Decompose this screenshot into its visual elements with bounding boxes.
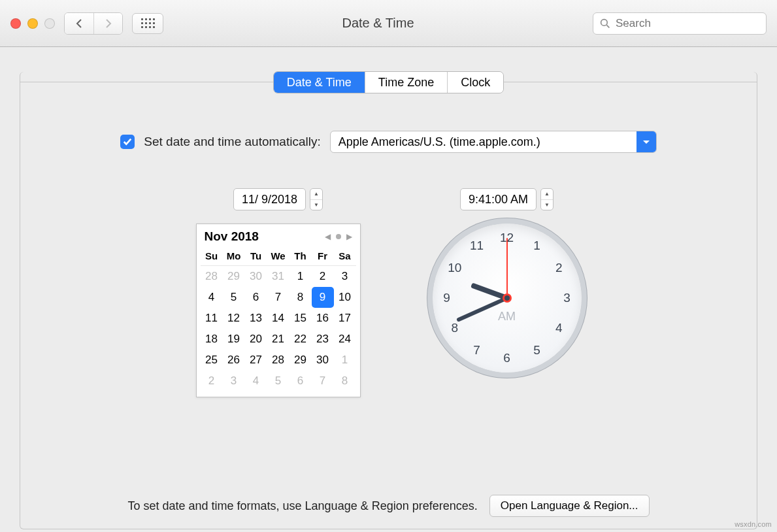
calendar-dow: Sa xyxy=(334,248,356,266)
calendar-day[interactable]: 19 xyxy=(223,329,245,350)
calendar-day[interactable]: 20 xyxy=(245,329,267,350)
footer-row: To set date and time formats, use Langua… xyxy=(20,495,757,517)
clock-number: 2 xyxy=(555,261,563,275)
calendar-day[interactable]: 1 xyxy=(289,266,312,287)
step-up-icon[interactable]: ▲ xyxy=(310,189,322,199)
time-server-combo[interactable]: Apple Americas/U.S. (time.apple.com.) xyxy=(330,131,657,153)
calendar-day[interactable]: 4 xyxy=(201,287,223,308)
calendar-day[interactable]: 6 xyxy=(289,371,312,391)
check-icon xyxy=(123,137,132,146)
calendar-day[interactable]: 27 xyxy=(245,350,267,371)
window-controls xyxy=(10,18,55,29)
main-panel: Date & Time Time Zone Clock Set date and… xyxy=(20,72,757,529)
clock-number: 3 xyxy=(563,291,570,305)
calendar-day[interactable]: 8 xyxy=(334,371,356,391)
window-title: Date & Time xyxy=(173,16,584,31)
calendar-day[interactable]: 28 xyxy=(267,350,289,371)
watermark: wsxdn.com xyxy=(735,520,772,528)
calendar-day[interactable]: 5 xyxy=(223,287,245,308)
calendar-day[interactable]: 3 xyxy=(334,266,356,287)
step-up-icon[interactable]: ▲ xyxy=(541,189,553,199)
calendar-day[interactable]: 3 xyxy=(223,371,245,391)
date-stepper[interactable]: ▲ ▼ xyxy=(310,188,323,210)
calendar-day[interactable]: 5 xyxy=(267,371,289,391)
calendar-title: Nov 2018 xyxy=(205,229,259,244)
calendar: Nov 2018 ◀ ▶ SuMoTuWeThFrSa2829303112345… xyxy=(196,224,361,397)
ampm-label: AM xyxy=(498,310,516,324)
svg-point-0 xyxy=(601,19,608,25)
step-down-icon[interactable]: ▼ xyxy=(310,199,322,210)
grid-icon xyxy=(141,18,155,28)
calendar-dow: Fr xyxy=(312,248,334,266)
close-button[interactable] xyxy=(10,18,21,29)
calendar-day[interactable]: 12 xyxy=(223,308,245,329)
tab-date-time[interactable]: Date & Time xyxy=(274,72,365,93)
calendar-day[interactable]: 11 xyxy=(201,308,223,329)
calendar-day[interactable]: 2 xyxy=(312,266,334,287)
calendar-dow: Su xyxy=(201,248,223,266)
calendar-day[interactable]: 9 xyxy=(312,287,334,308)
calendar-day[interactable]: 10 xyxy=(334,287,356,308)
time-stepper-field[interactable]: 9:41:00 AM ▲ ▼ xyxy=(460,188,554,210)
calendar-day[interactable]: 18 xyxy=(201,329,223,350)
calendar-day[interactable]: 4 xyxy=(245,371,267,391)
tab-clock[interactable]: Clock xyxy=(447,72,503,93)
footer-hint: To set date and time formats, use Langua… xyxy=(127,499,477,513)
cal-prev-icon[interactable]: ◀ xyxy=(325,232,331,241)
calendar-day[interactable]: 6 xyxy=(245,287,267,308)
clock-number: 10 xyxy=(448,261,461,275)
calendar-day[interactable]: 7 xyxy=(312,371,334,391)
back-button[interactable] xyxy=(65,13,93,34)
calendar-day[interactable]: 30 xyxy=(245,266,267,287)
calendar-day[interactable]: 22 xyxy=(289,329,312,350)
clock-number: 11 xyxy=(470,239,484,253)
time-stepper[interactable]: ▲ ▼ xyxy=(540,188,554,210)
auto-time-checkbox[interactable] xyxy=(120,135,135,149)
calendar-day[interactable]: 21 xyxy=(267,329,289,350)
calendar-day[interactable]: 17 xyxy=(334,308,356,329)
tab-time-zone[interactable]: Time Zone xyxy=(365,72,447,93)
svg-line-1 xyxy=(606,25,609,27)
search-icon xyxy=(600,18,610,29)
calendar-day[interactable]: 30 xyxy=(312,350,334,371)
calendar-day[interactable]: 28 xyxy=(201,266,223,287)
second-hand xyxy=(506,238,508,298)
cal-today-icon[interactable] xyxy=(336,234,341,239)
calendar-day[interactable]: 7 xyxy=(267,287,289,308)
calendar-day[interactable]: 26 xyxy=(223,350,245,371)
calendar-day[interactable]: 24 xyxy=(334,329,356,350)
calendar-day[interactable]: 29 xyxy=(289,350,312,371)
date-value[interactable]: 11/ 9/2018 xyxy=(233,188,306,210)
calendar-day[interactable]: 25 xyxy=(201,350,223,371)
content-columns: 11/ 9/2018 ▲ ▼ Nov 2018 ◀ ▶ SuMoTuWeThFr… xyxy=(66,188,711,397)
calendar-day[interactable]: 1 xyxy=(334,350,356,371)
minimize-button[interactable] xyxy=(27,18,38,29)
clock-number: 12 xyxy=(500,231,514,245)
calendar-day[interactable]: 16 xyxy=(312,308,334,329)
show-all-button[interactable] xyxy=(132,13,163,34)
clock-number: 9 xyxy=(443,291,450,305)
titlebar: Date & Time xyxy=(0,0,777,47)
search-field[interactable] xyxy=(593,12,767,35)
calendar-dow: Mo xyxy=(223,248,245,266)
calendar-day[interactable]: 8 xyxy=(289,287,312,308)
forward-button[interactable] xyxy=(93,13,122,34)
clock-number: 7 xyxy=(473,343,480,357)
calendar-day[interactable]: 13 xyxy=(245,308,267,329)
time-value[interactable]: 9:41:00 AM xyxy=(460,188,537,210)
step-down-icon[interactable]: ▼ xyxy=(541,199,553,210)
open-language-region-button[interactable]: Open Language & Region... xyxy=(489,495,650,517)
calendar-day[interactable]: 14 xyxy=(267,308,289,329)
cal-next-icon[interactable]: ▶ xyxy=(346,232,352,241)
date-stepper-field[interactable]: 11/ 9/2018 ▲ ▼ xyxy=(233,188,323,210)
zoom-button[interactable] xyxy=(44,18,55,29)
calendar-day[interactable]: 29 xyxy=(223,266,245,287)
calendar-day[interactable]: 15 xyxy=(289,308,312,329)
auto-time-row: Set date and time automatically: Apple A… xyxy=(66,131,711,153)
calendar-day[interactable]: 2 xyxy=(201,371,223,391)
clock-number: 6 xyxy=(503,351,510,365)
search-input[interactable] xyxy=(616,17,759,30)
calendar-day[interactable]: 31 xyxy=(267,266,289,287)
calendar-day[interactable]: 23 xyxy=(312,329,334,350)
auto-time-label: Set date and time automatically: xyxy=(144,135,320,149)
